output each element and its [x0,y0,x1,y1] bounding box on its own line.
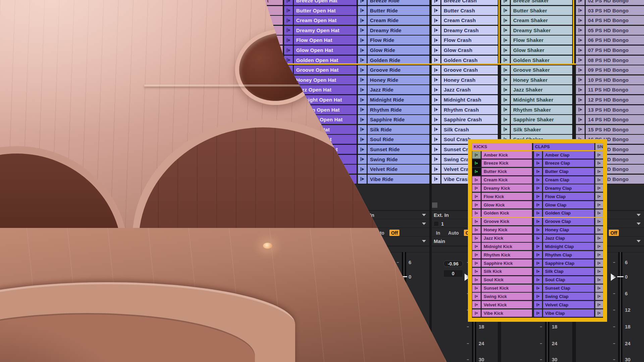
clip-launch-button[interactable] [472,293,481,300]
clip-launch-button[interactable] [358,135,367,144]
clip-slot[interactable] [265,175,283,184]
clip-launch-button[interactable] [501,36,510,45]
clip-launch-button[interactable] [358,145,367,154]
clip-launch-button[interactable] [255,165,264,174]
clip-launch-button[interactable] [534,176,542,184]
clip-slot[interactable]: Jazz Open Hat [294,85,357,94]
clip-slot[interactable]: Cream Clap [543,176,594,184]
clip-launch-button[interactable] [255,65,264,74]
clip-slot[interactable]: Soul Kick [482,276,532,284]
clip-launch-button[interactable] [576,115,585,124]
clip-launch-button[interactable] [255,115,264,124]
clip-slot[interactable]: Glow Shaker [511,46,572,55]
clip-launch-button[interactable] [472,251,481,258]
clip-slot[interactable]: t [265,0,283,5]
clip-slot[interactable]: Golden Clap [543,209,594,217]
clip-slot[interactable]: Dreamy Ride [368,26,429,35]
clip-launch-button[interactable] [255,175,264,184]
clip-launch-button[interactable] [284,6,293,15]
clip-slot[interactable]: Rhythm Clap [543,251,594,258]
clip-launch-button[interactable] [501,0,510,5]
clip-slot[interactable] [265,56,283,65]
clip-slot[interactable]: Cream Shaker [511,16,572,25]
clip-slot[interactable]: 09 PS HD Bongo [586,65,644,74]
clip-slot[interactable]: 05 PS HD Bongo [586,26,644,35]
clip-launch-button[interactable] [358,115,367,124]
clip-slot[interactable] [265,155,283,164]
clip-launch-button[interactable] [255,95,264,104]
clip-launch-button[interactable] [501,6,510,15]
clip-slot[interactable] [265,65,283,74]
clip-launch-button[interactable] [358,165,367,174]
clip-launch-button[interactable] [595,259,603,267]
clip-launch-button[interactable] [472,235,481,242]
clip-slot[interactable]: Cream Kick [482,176,532,184]
chevron-down-icon[interactable] [637,223,641,225]
clip-launch-button[interactable] [501,95,510,104]
pan-value[interactable]: 0 [443,270,463,277]
clip-launch-button[interactable] [576,56,585,65]
clip-slot[interactable]: Soul Open Hat [294,135,357,144]
input-channel-chooser[interactable]: 1 [367,221,387,228]
clip-launch-button[interactable] [432,65,440,74]
clip-slot[interactable]: Jazz Crash [441,85,498,94]
monitor-in-button[interactable]: In [434,230,442,236]
clip-slot[interactable]: Honey Kick [482,226,532,234]
clip-launch-button[interactable] [534,285,542,292]
clip-launch-button[interactable] [534,151,542,159]
clip-launch-button[interactable] [595,218,603,225]
clip-launch-button[interactable] [358,0,367,5]
clip-launch-button[interactable] [284,0,293,5]
clip-launch-button[interactable] [472,226,481,234]
clip-slot[interactable] [265,165,283,174]
clip-launch-button[interactable] [255,125,264,134]
chevron-down-icon[interactable] [422,240,426,242]
clip-slot[interactable]: Flow Crash [441,36,498,45]
clip-slot[interactable]: Silk Crash [441,125,498,134]
clip-slot[interactable] [265,115,283,124]
clip-launch-button[interactable] [576,85,585,94]
clip-launch-button[interactable] [576,36,585,45]
clip-launch-button[interactable] [534,243,542,250]
clip-slot[interactable]: 06 PS HD Bongo [586,36,644,45]
volume-fader-handle[interactable] [611,274,616,281]
clip-slot[interactable]: Groove Crash [441,65,498,74]
clip-slot[interactable]: Silk Shaker [511,125,572,134]
clip-launch-button[interactable] [284,125,293,134]
clip-slot[interactable]: Cream Ride [368,16,429,25]
clip-slot[interactable]: Groove Ride [368,65,429,74]
monitor-auto-button[interactable]: Auto [446,230,461,236]
clip-slot[interactable]: Sunset Ride [368,145,429,154]
clip-launch-button[interactable] [501,105,510,114]
clip-launch-button[interactable] [595,160,603,167]
clip-slot[interactable]: Flow Open Hat [294,36,357,45]
clip-launch-button[interactable] [576,105,585,114]
clip-slot[interactable] [265,6,283,15]
clip-slot[interactable]: Flow Kick [482,193,532,200]
clip-launch-button[interactable] [534,218,542,225]
clip-slot[interactable]: Swing Open Hat [294,155,357,164]
clip-launch-button[interactable] [432,155,440,164]
clip-launch-button[interactable] [358,125,367,134]
clip-launch-button[interactable] [358,36,367,45]
clip-slot[interactable]: Velvet Ride [368,165,429,174]
clip-slot[interactable] [265,75,283,84]
clip-slot[interactable]: Silk Open Hat [294,125,357,134]
clip-slot[interactable]: Rhythm Crash [441,105,498,114]
clip-slot[interactable]: Honey Crash [441,75,498,84]
clip-launch-button[interactable] [595,309,603,317]
clip-slot[interactable]: Soul Ride [368,135,429,144]
clip-slot[interactable]: Rhythm Kick [482,251,532,258]
chevron-down-icon[interactable] [637,214,641,216]
clip-launch-button[interactable] [284,135,293,144]
volume-value[interactable]: -0.96 [443,260,463,267]
clip-slot[interactable]: Glow Clap [543,201,594,208]
clip-launch-button[interactable] [576,95,585,104]
clip-slot[interactable]: Flow Ride [368,36,429,45]
clip-slot[interactable]: Butter Shaker [511,6,572,15]
clip-launch-button[interactable] [255,85,264,94]
clip-slot[interactable] [265,46,283,55]
clip-launch-button[interactable] [255,56,264,65]
clip-launch-button[interactable] [472,160,481,167]
clip-launch-button[interactable] [432,125,440,134]
